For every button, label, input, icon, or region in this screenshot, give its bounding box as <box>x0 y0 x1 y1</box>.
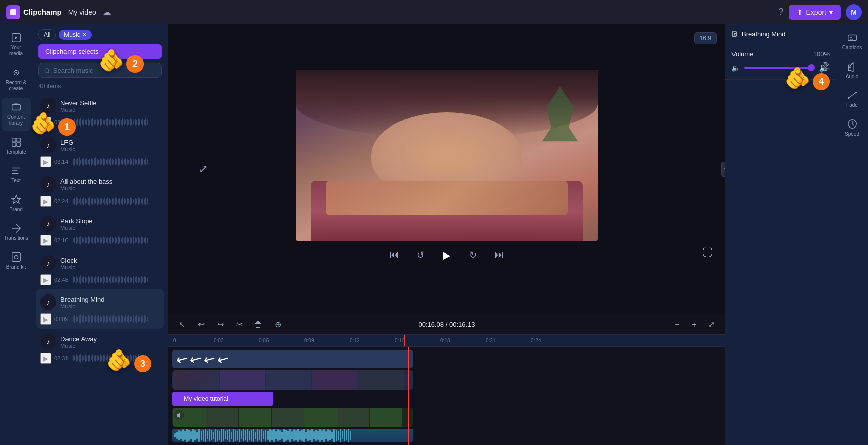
sidebar-item-captions[interactable]: Captions <box>838 28 867 55</box>
timeline: ↖ ↩ ↪ ✂ 🗑 ⊕ 00:16.08 / 00:16.13 − + ⤢ <box>168 314 725 445</box>
svg-rect-0 <box>10 9 16 15</box>
play-breathing-mind[interactable]: ▶ <box>40 313 51 325</box>
sidebar-item-content-library[interactable]: Content library <box>2 98 31 131</box>
sidebar-item-text[interactable]: Text <box>2 161 31 188</box>
fullscreen-button[interactable]: ⛶ <box>703 247 713 259</box>
volume-thumb[interactable] <box>808 64 815 71</box>
topbar: Clipchamp My video ☁ ? ⬆ Export ▾ M <box>0 0 868 24</box>
skip-forward-button[interactable]: ⏭ <box>490 246 508 264</box>
play-bass[interactable]: ▶ <box>40 196 51 207</box>
fast-forward-button[interactable]: ↻ <box>464 246 482 264</box>
video-title[interactable]: My video <box>68 8 96 16</box>
right-properties-panel: Breathing Mind Volume 100% 🔈 🔊 <box>725 24 836 445</box>
sidebar-item-your-media[interactable]: Your media <box>2 28 31 61</box>
svg-point-10 <box>14 255 18 259</box>
music-item-lfg[interactable]: ♪ LFG Music ▶ 03:14 <box>36 132 164 171</box>
volume-slider[interactable] <box>744 67 815 69</box>
ruler-mark-21: 0:21 <box>486 338 495 343</box>
undo-button[interactable]: ↩ <box>193 317 209 332</box>
center-area: 16:9 ⤢ ⛶ › <box>168 24 725 445</box>
audio-track[interactable] <box>172 408 413 427</box>
crop-button[interactable]: ⤢ <box>198 163 208 176</box>
rewind-button[interactable]: ↺ <box>412 246 430 264</box>
sidebar-item-brand-kit[interactable]: Brand kit <box>2 247 31 274</box>
fit-button[interactable]: ⤢ <box>704 317 719 332</box>
play-clock[interactable]: ▶ <box>40 274 51 285</box>
sidebar-item-fade[interactable]: Fade <box>838 86 867 112</box>
zoom-out-button[interactable]: − <box>670 317 685 332</box>
search-input[interactable] <box>53 67 156 74</box>
playhead[interactable] <box>404 335 405 347</box>
waveform-dance <box>73 353 148 363</box>
remove-filter-icon[interactable]: ✕ <box>82 32 87 38</box>
skip-back-button[interactable]: ⏮ <box>385 246 404 264</box>
svg-point-3 <box>15 72 17 74</box>
svg-rect-7 <box>12 143 15 146</box>
video-track[interactable] <box>172 370 413 390</box>
play-pause-button[interactable]: ▶ <box>438 246 456 264</box>
waveform-clock <box>73 275 148 285</box>
avatar[interactable]: M <box>846 4 862 20</box>
svg-rect-4 <box>12 105 20 110</box>
logo-icon <box>6 5 20 19</box>
tracks-area: ↙ ↙ ↙ ↙ <box>168 347 725 445</box>
delete-button[interactable]: 🗑 <box>251 317 266 332</box>
music-list: ♪ Never Settle Music ▶ 02:02 ♪ <box>32 93 168 445</box>
collapse-panel-button[interactable]: › <box>721 162 725 177</box>
filter-music[interactable]: Music ✕ <box>59 30 91 40</box>
app-logo[interactable]: Clipchamp <box>6 5 62 19</box>
left-sidebar: Your media Record & create Content libra… <box>0 24 32 445</box>
sidebar-item-transitions[interactable]: Transitions <box>2 219 31 245</box>
content-panel: All Music ✕ Clipchamp selects 40 items ♪… <box>32 24 168 445</box>
ruler-mark-6: 0:06 <box>259 338 269 343</box>
save-icon: ☁ <box>102 7 111 18</box>
export-button[interactable]: ⬆ Export ▾ <box>789 5 841 20</box>
sidebar-item-record[interactable]: Record & create <box>2 63 31 96</box>
aspect-ratio-badge[interactable]: 16:9 <box>694 32 717 44</box>
music-note-icon-park: ♪ <box>40 216 56 232</box>
music-item-never-settle[interactable]: ♪ Never Settle Music ▶ 02:02 <box>36 93 164 132</box>
music-item-all-about-bass[interactable]: ♪ All about the bass Music ▶ 02:24 <box>36 171 164 211</box>
ruler-mark-0: 0 <box>173 338 176 343</box>
svg-point-14 <box>847 97 849 99</box>
svg-rect-8 <box>16 143 20 146</box>
cut-button[interactable]: ✂ <box>232 317 247 332</box>
ruler-mark-18: 0:18 <box>440 338 450 343</box>
music-note-icon-lfg: ♪ <box>40 137 56 153</box>
music-item-park-slope[interactable]: ♪ Park Slope Music ▶ 02:10 <box>36 211 164 250</box>
redo-button[interactable]: ↪ <box>213 317 228 332</box>
zoom-controls: − + ⤢ <box>670 317 719 332</box>
waveform-breathing <box>73 314 148 324</box>
select-tool-button[interactable]: ↖ <box>174 317 189 332</box>
music-item-dance-away[interactable]: ♪ Dance Away Music ▶ 02:31 <box>36 329 164 368</box>
help-icon[interactable]: ? <box>779 7 784 17</box>
ruler-mark-15: 0:15 <box>395 338 405 343</box>
waveform-lfg <box>73 157 148 167</box>
play-dance-away[interactable]: ▶ <box>40 353 51 364</box>
title-track: T My video tutorial <box>172 392 413 406</box>
waveform-park <box>73 235 148 245</box>
app-name: Clipchamp <box>23 8 62 16</box>
chevron-down-icon: ▾ <box>829 8 833 16</box>
svg-rect-6 <box>16 138 20 142</box>
item-count: 40 items <box>32 81 168 93</box>
zoom-in-button[interactable]: + <box>687 317 702 332</box>
clipchamp-selects-button[interactable]: Clipchamp selects <box>38 44 162 59</box>
more-tools-button[interactable]: ⊕ <box>270 317 285 332</box>
play-never-settle[interactable]: ▶ <box>40 117 51 128</box>
play-park-slope[interactable]: ▶ <box>40 235 51 246</box>
sidebar-item-speed[interactable]: Speed <box>838 114 867 141</box>
music-item-clock[interactable]: ♪ Clock Music ▶ 02:48 <box>36 250 164 289</box>
music-item-breathing-mind[interactable]: ♪ Breathing Mind Music ▶ 03:09 <box>36 289 164 329</box>
filter-bar: All Music ✕ <box>32 24 168 44</box>
play-lfg[interactable]: ▶ <box>40 156 51 167</box>
music-note-icon-breathing: ♪ <box>40 294 56 310</box>
arrow-track[interactable]: ↙ ↙ ↙ ↙ <box>172 350 413 368</box>
music-note-icon-clock: ♪ <box>40 255 56 271</box>
sidebar-item-templates[interactable]: Template <box>2 133 31 159</box>
sidebar-item-audio[interactable]: Audio <box>838 57 867 84</box>
title-bar[interactable]: T My video tutorial <box>172 392 273 406</box>
sidebar-item-brand[interactable]: Brand <box>2 190 31 217</box>
music-waveform-track[interactable]: // Will generate wt-bars inline <box>172 429 413 442</box>
filter-all[interactable]: All <box>38 29 56 40</box>
